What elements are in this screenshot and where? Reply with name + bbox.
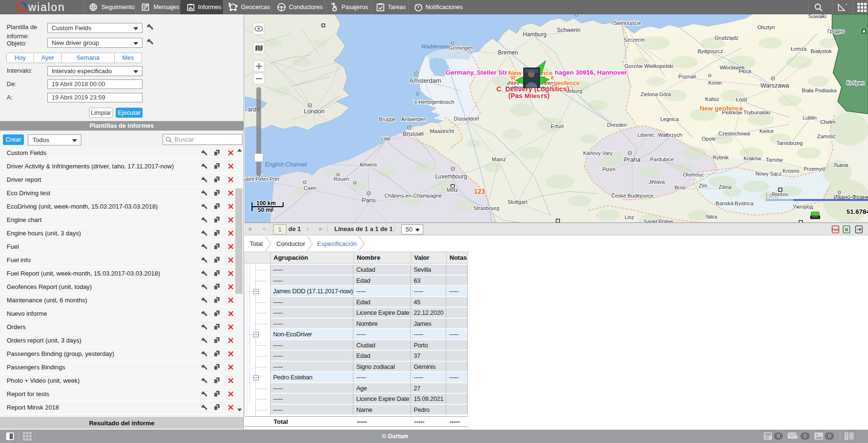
svg-text:Paris: Paris bbox=[362, 197, 376, 204]
svg-text:Sankt Pölten: Sankt Pölten bbox=[644, 219, 673, 223]
svg-text:Strasbourg: Strasbourg bbox=[473, 205, 499, 211]
svg-text:Antwerpen: Antwerpen bbox=[401, 116, 427, 122]
svg-text:Łomża: Łomża bbox=[791, 46, 807, 52]
svg-text:PDF: PDF bbox=[832, 228, 839, 232]
svg-text:0 m: 0 m bbox=[769, 193, 778, 199]
svg-text:Poznań: Poznań bbox=[678, 74, 696, 79]
svg-text:Olomouc: Olomouc bbox=[683, 172, 704, 177]
svg-text:Rouen: Rouen bbox=[334, 176, 349, 182]
svg-text:Chełm: Chełm bbox=[820, 119, 835, 125]
svg-text:Zlín: Zlín bbox=[699, 183, 707, 188]
svg-text:Liberec: Liberec bbox=[637, 132, 655, 138]
svg-text:Mainz: Mainz bbox=[492, 156, 505, 162]
svg-text:English Channel: English Channel bbox=[265, 161, 307, 168]
svg-text:Maastricht: Maastricht bbox=[430, 128, 454, 134]
svg-text:Germany, Steller Str: Germany, Steller Str bbox=[446, 69, 508, 76]
svg-text:Kielce: Kielce bbox=[759, 128, 774, 134]
svg-text:'s-Hertogenbosch: 's-Hertogenbosch bbox=[413, 99, 454, 105]
svg-text:Stuttgart: Stuttgart bbox=[507, 199, 527, 205]
svg-text:Amiens: Amiens bbox=[360, 162, 377, 167]
svg-text:Tarnów: Tarnów bbox=[766, 157, 783, 163]
svg-text:Świnoujście: Świnoujście bbox=[614, 20, 641, 26]
svg-text:Pardubice: Pardubice bbox=[650, 156, 674, 162]
svg-text:123: 123 bbox=[474, 188, 485, 195]
svg-text:Schwerin: Schwerin bbox=[557, 27, 580, 33]
svg-text:Olsztyn: Olsztyn bbox=[758, 24, 775, 30]
svg-text:Кобрин: Кобрин bbox=[846, 80, 864, 86]
svg-text:Brno: Brno bbox=[674, 185, 685, 190]
svg-text:Przemyśl: Przemyśl bbox=[803, 166, 825, 172]
svg-text:hagen 30916, Hannover: hagen 30916, Hannover bbox=[555, 69, 627, 76]
svg-text:Linz: Linz bbox=[625, 214, 634, 220]
svg-text:Conductor: Conductor bbox=[276, 240, 306, 247]
svg-text:Biała Podlaska: Biała Podlaska bbox=[802, 88, 837, 93]
svg-text:Gorzów Wielkopolski: Gorzów Wielkopolski bbox=[625, 63, 673, 69]
svg-text:Bydgoszcz: Bydgoszcz bbox=[697, 48, 723, 54]
svg-text:Brugge: Brugge bbox=[379, 116, 396, 122]
svg-text:Lille: Lille bbox=[381, 136, 391, 142]
svg-text:New geofence: New geofence bbox=[700, 105, 743, 112]
svg-text:Bremen: Bremen bbox=[498, 49, 518, 56]
svg-text:Białystok: Białystok bbox=[811, 48, 832, 54]
svg-text:Nowy Sącz: Nowy Sącz bbox=[755, 171, 781, 177]
svg-text:(Pas: (Pas bbox=[508, 92, 523, 100]
svg-text:Waddenzee: Waddenzee bbox=[421, 44, 450, 49]
svg-text:rs): rs) bbox=[541, 92, 549, 100]
svg-text:Žilina: Žilina bbox=[719, 184, 732, 190]
svg-text:Opole: Opole bbox=[702, 136, 715, 142]
svg-text:London: London bbox=[304, 108, 324, 115]
svg-text:100 km: 100 km bbox=[256, 200, 276, 207]
svg-text:51.6784: 51.6784 bbox=[846, 208, 868, 215]
svg-text:Legnica: Legnica bbox=[660, 116, 679, 122]
svg-text:Konin: Konin bbox=[708, 80, 722, 86]
svg-text:Warszawa: Warszawa bbox=[760, 82, 790, 89]
svg-text:Especificación: Especificación bbox=[317, 240, 357, 247]
svg-text:Zielona Góra: Zielona Góra bbox=[640, 91, 671, 97]
svg-text:Львов: Львов bbox=[834, 162, 848, 168]
svg-text:Dresden: Dresden bbox=[607, 122, 627, 128]
svg-text:50 mi: 50 mi bbox=[258, 207, 273, 213]
svg-text:Kalisz: Kalisz bbox=[705, 96, 719, 102]
svg-text:Łódź: Łódź bbox=[736, 97, 747, 102]
svg-text:Caen: Caen bbox=[304, 185, 316, 191]
svg-text:Metz: Metz bbox=[447, 187, 458, 193]
svg-text:Tarnobrzeg: Tarnobrzeg bbox=[776, 140, 802, 146]
svg-text:Jihlava: Jihlava bbox=[648, 179, 665, 185]
svg-text:Düsseldorf: Düsseldorf bbox=[454, 116, 480, 122]
svg-text:České Budějovice: České Budějovice bbox=[611, 193, 653, 199]
svg-text:Châlons-en-Champagne: Châlons-en-Champagne bbox=[385, 193, 442, 199]
svg-text:Amsterdam: Amsterdam bbox=[409, 77, 441, 84]
svg-text:Zamość: Zamość bbox=[817, 133, 836, 139]
svg-text:Płock: Płock bbox=[739, 68, 752, 74]
svg-text:Karlovy Vary: Karlovy Vary bbox=[583, 150, 613, 156]
svg-text:Rybnik: Rybnik bbox=[713, 155, 729, 160]
svg-text:Luxembourg: Luxembourg bbox=[435, 173, 467, 180]
svg-text:Krosno: Krosno bbox=[783, 168, 800, 174]
svg-text:Częstochowa: Częstochowa bbox=[718, 131, 750, 136]
svg-text:Plzeň: Plzeň bbox=[602, 166, 615, 172]
svg-text:Groningen: Groningen bbox=[449, 45, 473, 51]
svg-text:Suwałki: Suwałki bbox=[808, 14, 826, 19]
svg-text:Nitra: Nitra bbox=[706, 214, 717, 220]
svg-text:Erfurt: Erfurt bbox=[551, 123, 564, 129]
svg-text:Saint Peter Port: Saint Peter Port bbox=[244, 176, 279, 182]
svg-text:Brussel: Brussel bbox=[403, 130, 423, 137]
svg-text:Wałbrzych: Wałbrzych bbox=[658, 132, 682, 138]
svg-text:Kraków: Kraków bbox=[744, 155, 761, 161]
svg-text:Grudziądz: Grudziądz bbox=[714, 35, 738, 41]
svg-text:Szczecin: Szczecin bbox=[624, 37, 645, 43]
svg-text:Praha: Praha bbox=[624, 156, 641, 163]
svg-text:Hamburg: Hamburg bbox=[523, 31, 546, 38]
svg-text:Total: Total bbox=[250, 240, 263, 247]
svg-text:Гродно: Гродно bbox=[827, 28, 845, 34]
svg-text:Banská Bystrica: Banská Bystrica bbox=[716, 200, 754, 206]
svg-text:Miles: Miles bbox=[525, 92, 540, 100]
svg-text:Lublin: Lublin bbox=[802, 115, 816, 121]
svg-text:Ужгород: Ужгород bbox=[793, 204, 813, 210]
